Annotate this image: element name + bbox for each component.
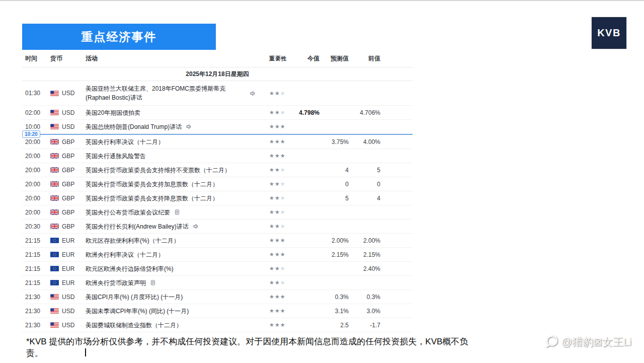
forecast-value: 0 — [319, 181, 349, 188]
eu-flag-icon — [50, 266, 59, 271]
document-icon[interactable] — [174, 209, 180, 215]
gb-flag-icon — [50, 181, 59, 187]
star-icon: ★ — [280, 138, 286, 144]
forecast-value: 2.15% — [319, 251, 349, 258]
star-icon: ★ — [275, 181, 280, 187]
star-icon: ★ — [275, 167, 280, 173]
star-icon: ★ — [275, 153, 280, 159]
star-icon: ★ — [269, 123, 275, 129]
event-activity: 欧洲央行货币政策声明 — [86, 278, 269, 287]
speaker-icon[interactable] — [186, 123, 192, 130]
event-currency: USD — [50, 308, 86, 315]
event-activity: 欧元区存款便利利率(%)（十二月） — [86, 236, 269, 245]
eu-flag-icon — [50, 252, 59, 257]
event-row: 02:00 USD 美国20年期国债拍卖 ★★★ 4.798% 4.706% — [22, 106, 413, 120]
event-currency: USD — [50, 90, 86, 97]
event-row: 20:00 GBP 英国央行货币政策委员会支持加息票数（十二月） ★★★ 0 0 — [22, 177, 413, 191]
star-icon: ★ — [275, 294, 280, 300]
speaker-icon[interactable] — [193, 223, 199, 230]
forecast-value: 2.00% — [319, 237, 349, 244]
currency-code: EUR — [62, 251, 74, 258]
watermark: @猎豹⊠女王Li — [545, 335, 631, 349]
event-time: 20:00 — [22, 195, 50, 202]
calendar-table: 重点经济事件 时间 货币 活动 重要性 今值 预测值 前值 2025年12月18… — [22, 24, 413, 332]
currency-code: USD — [62, 294, 74, 301]
event-activity: 欧元区欧洲央行边际借贷利率(%) — [86, 264, 269, 273]
previous-value: 4.706% — [349, 109, 380, 116]
event-time: 01:30 — [22, 90, 50, 97]
eu-flag-icon — [50, 238, 59, 243]
previous-value: 2.00% — [349, 237, 380, 244]
currency-code: GBP — [62, 223, 74, 230]
event-currency: USD — [50, 123, 86, 130]
importance-stars: ★★★ — [269, 266, 297, 271]
col-header-importance: 重要性 — [269, 56, 297, 61]
us-flag-icon — [50, 124, 59, 129]
activity-text: 美国CPI月率(%) (月度环比) (十一月) — [86, 293, 183, 302]
activity-text: 欧元区欧洲央行边际借贷利率(%) — [86, 264, 174, 273]
star-icon: ★ — [275, 237, 280, 243]
date-header: 2025年12月18日星期四 — [22, 67, 413, 81]
current-time-marker: 10:20 — [22, 134, 413, 135]
activity-text: 英国央行利率决议（十二月） — [86, 137, 164, 147]
star-icon: ★ — [280, 90, 286, 96]
event-time: 21:30 — [22, 294, 50, 301]
currency-code: GBP — [62, 195, 74, 202]
gb-flag-icon — [50, 224, 59, 229]
disclaimer-text: *KVB 提供的市场分析仅供参考，并不构成任何投资建议。对于因使用本新闻信息而造… — [26, 336, 469, 359]
event-currency: USD — [50, 294, 86, 301]
page-title: 重点经济事件 — [82, 29, 157, 45]
currency-code: GBP — [62, 181, 74, 188]
col-header-previous: 前值 — [349, 54, 380, 63]
event-currency: EUR — [50, 251, 86, 258]
importance-stars: ★★★ — [269, 195, 297, 201]
text-cursor[interactable] — [85, 348, 86, 356]
activity-text: 欧洲央行利率决议（十二月） — [86, 250, 164, 259]
event-row: 20:00 GBP 英国央行利率决议（十二月） ★★★ 3.75% 4.00% — [22, 135, 413, 149]
importance-stars: ★★★ — [269, 124, 297, 129]
star-icon: ★ — [280, 109, 286, 115]
star-icon: ★ — [269, 167, 275, 173]
currency-code: USD — [62, 109, 74, 116]
watermark-text: @猎豹⊠女王Li — [561, 335, 631, 349]
currency-code: GBP — [62, 138, 74, 146]
star-icon: ★ — [269, 237, 275, 243]
gb-flag-icon — [50, 209, 59, 215]
event-currency: EUR — [50, 279, 86, 286]
gb-flag-icon — [50, 139, 59, 144]
forecast-value: 3.75% — [319, 138, 349, 146]
event-activity: 美国总统特朗普(Donald Trump)讲话 — [86, 122, 269, 131]
activity-text: 欧元区存款便利利率(%)（十二月） — [86, 236, 180, 245]
event-currency: USD — [50, 322, 86, 329]
gb-flag-icon — [50, 167, 59, 173]
currency-code: USD — [62, 308, 74, 315]
currency-code: USD — [62, 123, 74, 130]
star-icon: ★ — [280, 223, 286, 229]
event-time: 10:00 — [22, 123, 50, 130]
event-activity: 美国未季调CPI年率(%) (同比) (十一月) — [86, 307, 269, 316]
star-icon: ★ — [275, 251, 280, 257]
star-icon: ★ — [280, 153, 286, 159]
us-flag-icon — [50, 294, 59, 300]
event-currency: GBP — [50, 138, 86, 146]
importance-stars: ★★★ — [269, 224, 297, 229]
star-icon: ★ — [275, 195, 280, 201]
col-header-time: 时间 — [22, 54, 50, 63]
star-icon: ★ — [275, 279, 280, 285]
star-icon: ★ — [275, 123, 280, 129]
star-icon: ★ — [275, 109, 280, 115]
event-time: 20:00 — [22, 153, 50, 160]
star-icon: ★ — [280, 265, 286, 271]
event-activity: 英国央行货币政策委员会支持维持不变票数（十二月） — [86, 166, 269, 175]
col-header-forecast: 预测值 — [319, 54, 349, 63]
currency-code: GBP — [62, 209, 74, 216]
date-header-text: 2025年12月18日星期四 — [186, 70, 249, 79]
star-icon: ★ — [280, 294, 286, 300]
document-icon[interactable] — [150, 279, 156, 286]
event-row: 01:30 USD 美国亚特兰大联储主席、2018年FOMC票委博斯蒂克(Rap… — [22, 81, 413, 106]
star-icon: ★ — [269, 265, 275, 271]
speaker-icon[interactable] — [250, 90, 256, 97]
event-activity: 英国央行通胀风险警告 — [86, 152, 269, 161]
activity-text: 美国费城联储制造业指数（十二月） — [86, 321, 182, 330]
importance-stars: ★★★ — [269, 280, 297, 285]
